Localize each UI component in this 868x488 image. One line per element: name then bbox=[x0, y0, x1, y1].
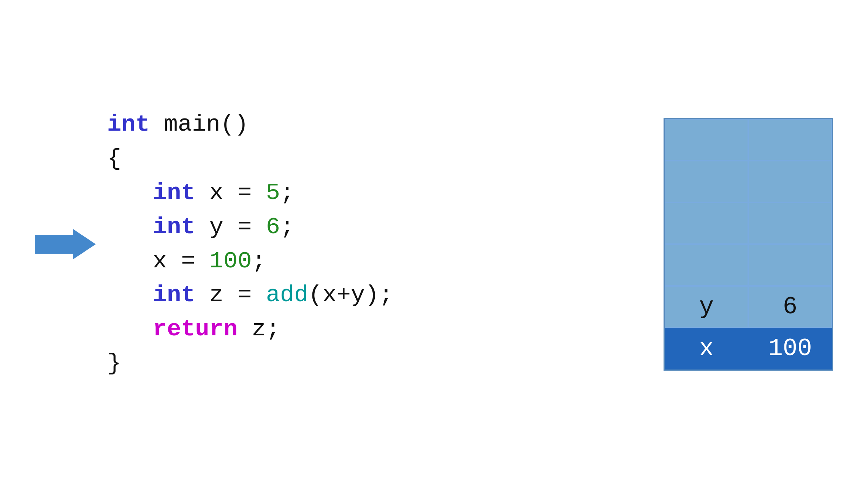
semicolon-3: ; bbox=[280, 179, 294, 206]
mem-cell-2-1 bbox=[665, 161, 748, 202]
code-line-3: int x = 5; bbox=[107, 176, 393, 210]
mem-cell-1-1 bbox=[665, 119, 748, 161]
mem-cell-y-value: 6 bbox=[748, 286, 832, 328]
svg-marker-0 bbox=[35, 229, 96, 259]
code-line-1: int main() bbox=[107, 107, 393, 142]
mem-row-y: y 6 bbox=[665, 286, 832, 328]
current-line-arrow bbox=[35, 229, 96, 259]
return-z: z; bbox=[238, 316, 280, 343]
code-line-7: return z; bbox=[107, 312, 393, 346]
add-args: (x+y) bbox=[308, 281, 379, 308]
mem-row-1 bbox=[665, 119, 832, 161]
code-line-8: } bbox=[107, 346, 393, 381]
code-line-6: int z = add(x+y); bbox=[107, 278, 393, 312]
code-line-4: int y = 6; bbox=[107, 210, 393, 244]
memory-table: y 6 x 100 bbox=[664, 118, 833, 371]
open-brace: { bbox=[107, 145, 121, 172]
mem-cell-2-2 bbox=[748, 161, 832, 202]
mem-cell-3-2 bbox=[748, 202, 832, 244]
semicolon-4: ; bbox=[280, 213, 294, 240]
mem-cell-y-name: y bbox=[665, 286, 748, 328]
x-value-5: 5 bbox=[266, 179, 280, 206]
mem-cell-3-1 bbox=[665, 202, 748, 244]
semicolon-5: ; bbox=[252, 248, 266, 275]
close-brace: } bbox=[107, 350, 121, 377]
mem-cell-x-value: 100 bbox=[748, 328, 832, 370]
x-reassign: x = bbox=[153, 248, 209, 275]
keyword-int-x: int bbox=[153, 179, 195, 206]
code-section: int main() { int x = 5; int y = 6; x = 1… bbox=[35, 107, 393, 381]
keyword-int-y: int bbox=[153, 213, 195, 240]
mem-row-x: x 100 bbox=[665, 328, 832, 370]
main-container: int main() { int x = 5; int y = 6; x = 1… bbox=[35, 35, 833, 453]
y-value-6: 6 bbox=[266, 213, 280, 240]
code-line-5: x = 100; bbox=[107, 244, 393, 278]
mem-row-2 bbox=[665, 161, 832, 202]
z-assign: z = bbox=[195, 281, 266, 308]
mem-row-4 bbox=[665, 244, 832, 286]
keyword-return: return bbox=[153, 316, 238, 343]
keyword-int-main: int bbox=[107, 111, 150, 138]
semicolon-6: ; bbox=[379, 281, 393, 308]
mem-row-3 bbox=[665, 202, 832, 244]
y-assign: y = bbox=[195, 213, 266, 240]
main-signature: main() bbox=[150, 111, 249, 138]
add-function: add bbox=[266, 281, 309, 308]
mem-cell-x-name: x bbox=[665, 328, 748, 370]
keyword-int-z: int bbox=[153, 281, 195, 308]
x-assign: x = bbox=[195, 179, 266, 206]
mem-cell-4-2 bbox=[748, 244, 832, 286]
code-block: int main() { int x = 5; int y = 6; x = 1… bbox=[107, 107, 393, 381]
x-value-100: 100 bbox=[209, 248, 252, 275]
code-line-2: { bbox=[107, 142, 393, 176]
mem-cell-1-2 bbox=[748, 119, 832, 161]
mem-cell-4-1 bbox=[665, 244, 748, 286]
